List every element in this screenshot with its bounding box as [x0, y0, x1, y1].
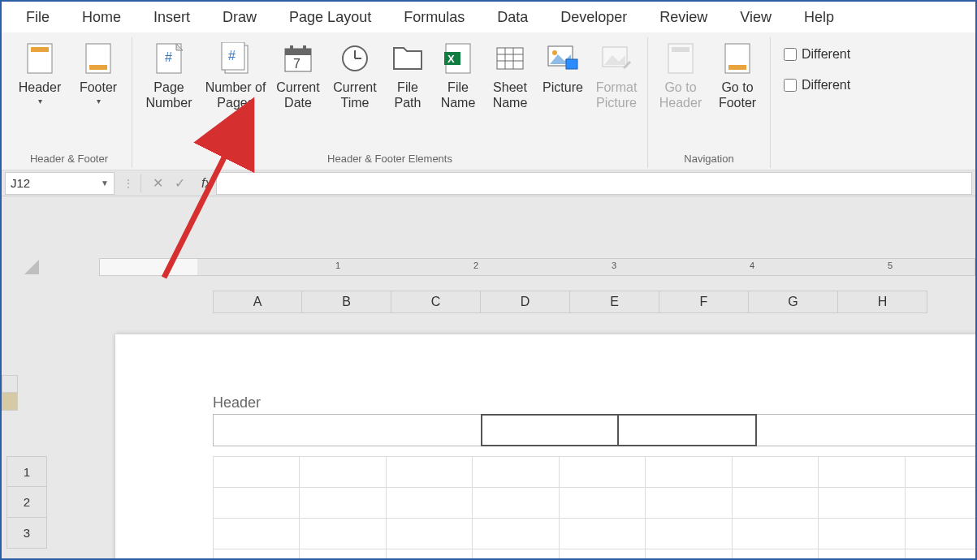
- ribbon-group-navigation: Go to Header Go to Footer Navigation: [648, 37, 771, 168]
- picture-label: Picture: [543, 80, 583, 95]
- cell-grid[interactable]: [213, 456, 977, 560]
- current-time-button[interactable]: Current Time: [327, 39, 383, 114]
- cancel-icon: ✕: [153, 175, 163, 191]
- cell-reference: J12: [11, 176, 30, 190]
- column-headers: A B C D E F G H: [213, 291, 975, 313]
- header-edit-area: [213, 414, 977, 446]
- column-header[interactable]: A: [213, 291, 302, 313]
- checkbox-icon[interactable]: [784, 48, 797, 61]
- different-odd-even-checkbox[interactable]: Different: [784, 78, 850, 93]
- ribbon-group-elements: # Page Number # Number of Pages 7 Curren…: [132, 37, 648, 168]
- current-time-label: Current Time: [329, 80, 381, 110]
- svg-point-26: [552, 50, 557, 55]
- column-header[interactable]: G: [749, 291, 838, 313]
- svg-text:#: #: [165, 50, 172, 64]
- svg-rect-10: [285, 49, 311, 55]
- page-number-button[interactable]: # Page Number: [137, 39, 201, 114]
- svg-rect-20: [497, 48, 523, 69]
- file-name-button[interactable]: X File Name: [433, 39, 483, 114]
- menu-page-layout[interactable]: Page Layout: [273, 4, 387, 31]
- ribbon-group-header-footer: Header ▾ Footer ▾ Header & Footer: [6, 37, 132, 168]
- chevron-down-icon: ▾: [38, 97, 42, 106]
- formula-input[interactable]: [216, 172, 972, 195]
- current-date-label: Current Date: [272, 80, 324, 110]
- checkbox-icon[interactable]: [784, 79, 797, 92]
- column-header[interactable]: D: [481, 291, 570, 313]
- checkbox-label: Different: [802, 78, 850, 93]
- row-header[interactable]: 1: [6, 456, 47, 487]
- header-center-section-2[interactable]: [619, 414, 757, 446]
- current-date-button[interactable]: 7 Current Date: [270, 39, 326, 114]
- different-first-checkbox[interactable]: Different: [784, 47, 850, 62]
- column-header[interactable]: F: [659, 291, 749, 313]
- menu-draw[interactable]: Draw: [206, 4, 273, 31]
- row-headers: 1 2 3: [6, 456, 47, 549]
- calendar-icon: 7: [282, 42, 314, 75]
- header-right-section[interactable]: [757, 414, 977, 446]
- menu-developer[interactable]: Developer: [544, 4, 643, 31]
- column-header[interactable]: E: [570, 291, 659, 313]
- ribbon-group-label: Navigation: [684, 151, 733, 166]
- goto-footer-label: Go to Footer: [711, 80, 763, 110]
- column-header[interactable]: H: [838, 291, 927, 313]
- select-all-triangle[interactable]: [24, 260, 39, 274]
- header-button-label: Header: [19, 80, 61, 95]
- row-header[interactable]: 2: [6, 487, 47, 518]
- goto-footer-button[interactable]: Go to Footer: [710, 39, 765, 114]
- svg-rect-1: [31, 47, 49, 52]
- svg-rect-11: [290, 45, 293, 52]
- row-header[interactable]: 3: [6, 518, 47, 549]
- number-of-pages-button[interactable]: # Number of Pages: [202, 39, 269, 114]
- number-of-pages-label: Number of Pages: [204, 80, 267, 110]
- ribbon-group-label: Header & Footer Elements: [327, 151, 452, 166]
- svg-rect-3: [89, 65, 107, 70]
- menu-data[interactable]: Data: [481, 4, 544, 31]
- fx-icon[interactable]: fx: [193, 176, 216, 191]
- menu-view[interactable]: View: [724, 4, 788, 31]
- header-button[interactable]: Header ▾: [11, 39, 68, 110]
- svg-text:#: #: [228, 49, 236, 62]
- svg-text:7: 7: [293, 57, 300, 71]
- ruler-mark: 2: [473, 261, 478, 270]
- chevron-down-icon[interactable]: ▼: [101, 179, 109, 187]
- page-canvas: Header: [115, 334, 977, 560]
- picture-button[interactable]: Picture: [537, 39, 589, 98]
- name-box[interactable]: J12 ▼: [5, 172, 115, 195]
- picture-icon: [547, 42, 579, 75]
- header-icon: [24, 42, 56, 75]
- menu-home[interactable]: Home: [66, 4, 137, 31]
- svg-rect-32: [728, 65, 746, 70]
- menu-file[interactable]: File: [10, 4, 66, 31]
- ribbon-group-label: Header & Footer: [30, 151, 108, 166]
- header-left-section[interactable]: [213, 414, 481, 446]
- svg-text:X: X: [447, 53, 455, 65]
- menu-review[interactable]: Review: [643, 4, 724, 31]
- sheet-name-button[interactable]: Sheet Name: [485, 39, 535, 114]
- menu-help[interactable]: Help: [788, 4, 850, 31]
- file-name-label: File Name: [434, 80, 482, 110]
- horizontal-ruler: 1 2 3 4 5: [99, 258, 975, 276]
- clock-icon: [339, 42, 371, 75]
- svg-rect-12: [303, 45, 306, 52]
- header-section-label: Header: [213, 394, 261, 411]
- file-path-button[interactable]: File Path: [384, 39, 431, 114]
- goto-footer-icon: [721, 42, 754, 75]
- chevron-down-icon: ▾: [97, 97, 101, 106]
- sheet-icon: [494, 42, 526, 75]
- footer-button[interactable]: Footer ▾: [70, 39, 127, 110]
- column-header[interactable]: C: [391, 291, 481, 313]
- goto-header-button: Go to Header: [653, 39, 708, 114]
- menu-insert[interactable]: Insert: [137, 4, 206, 31]
- format-picture-icon: [600, 42, 633, 75]
- header-center-section[interactable]: [481, 414, 619, 446]
- menu-formulas[interactable]: Formulas: [387, 4, 481, 31]
- footer-icon: [82, 42, 115, 75]
- number-of-pages-icon: #: [219, 42, 252, 75]
- format-picture-label: Format Picture: [592, 80, 641, 110]
- footer-button-label: Footer: [80, 80, 117, 95]
- drag-handle-icon[interactable]: ⋮: [119, 182, 137, 185]
- ribbon-group-options: Different Different: [771, 37, 858, 168]
- menu-bar: File Home Insert Draw Page Layout Formul…: [2, 2, 975, 32]
- ribbon: Header ▾ Footer ▾ Header & Footer # Page…: [2, 32, 975, 170]
- column-header[interactable]: B: [302, 291, 391, 313]
